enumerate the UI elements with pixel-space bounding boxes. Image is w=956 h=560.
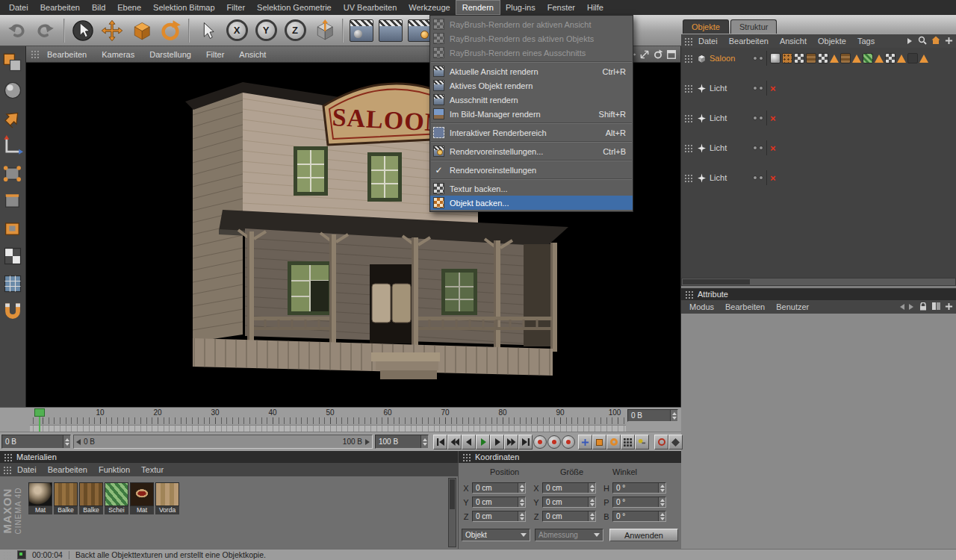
- texture-tag-icon[interactable]: [794, 53, 804, 63]
- record-parameter-button[interactable]: [562, 435, 575, 449]
- zoom-view-icon[interactable]: [639, 49, 650, 60]
- texture-tag-icon[interactable]: [863, 53, 873, 63]
- key-rotation-icon[interactable]: [606, 435, 621, 449]
- prev-frame-button[interactable]: [462, 435, 476, 449]
- tab-objekte[interactable]: Objekte: [683, 19, 729, 34]
- points-mode-icon[interactable]: [2, 163, 23, 184]
- object-name[interactable]: Licht: [710, 173, 742, 182]
- material-item[interactable]: Balke: [79, 482, 103, 514]
- live-selection-icon[interactable]: [69, 17, 96, 44]
- mat-menu-bearbeiten[interactable]: Bearbeiten: [43, 464, 93, 475]
- next-key-button[interactable]: [504, 435, 518, 449]
- range-end-field[interactable]: 100 B: [375, 435, 429, 449]
- selection-tag-icon[interactable]: [830, 55, 839, 63]
- menu-datei[interactable]: Datei: [3, 1, 34, 14]
- render-active-object-icon[interactable]: [377, 17, 404, 44]
- timeline-ruler[interactable]: 0 10 20 30 40 50 60 70 80 90 100 0 B: [0, 407, 681, 432]
- object-row-licht[interactable]: Licht ×: [681, 170, 956, 185]
- phong-tag-icon[interactable]: [770, 53, 780, 63]
- play-button[interactable]: [476, 435, 490, 449]
- row-grip-icon[interactable]: [684, 174, 692, 182]
- snap-settings-icon[interactable]: [2, 301, 23, 322]
- panel-grip-icon[interactable]: [3, 466, 11, 474]
- material-name[interactable]: Schei: [105, 506, 128, 514]
- menu-item-render-settings[interactable]: Rendervoreinstellungen...Ctrl+B: [430, 144, 633, 158]
- keyframe-selection-icon[interactable]: [668, 435, 683, 449]
- menu-bild[interactable]: Bild: [86, 1, 111, 14]
- rotate-view-icon[interactable]: [652, 49, 663, 60]
- row-grip-icon[interactable]: [684, 55, 692, 63]
- history-back-icon[interactable]: [900, 304, 904, 310]
- stepper-icon[interactable]: [658, 497, 665, 507]
- selection-tag-icon[interactable]: [875, 55, 884, 63]
- angle-b-field[interactable]: 0 °: [612, 511, 666, 522]
- add-panel-icon[interactable]: [945, 302, 953, 312]
- visibility-dot-icon[interactable]: [753, 175, 757, 180]
- display-tag-icon[interactable]: [782, 53, 792, 63]
- stepper-icon[interactable]: [518, 483, 525, 493]
- material-thumbnail[interactable]: [28, 482, 52, 506]
- attr-menu-bearbeiten[interactable]: Bearbeiten: [720, 302, 770, 312]
- selection-tag-icon[interactable]: [897, 55, 906, 63]
- chevron-right-icon[interactable]: [907, 38, 912, 44]
- mat-menu-datei[interactable]: Datei: [12, 464, 42, 475]
- visibility-dot-icon[interactable]: [753, 116, 757, 120]
- menu-filter[interactable]: Filter: [221, 1, 251, 14]
- goto-start-button[interactable]: [433, 435, 447, 449]
- record-position-button[interactable]: [547, 435, 561, 449]
- y-axis-lock-icon[interactable]: Y: [252, 17, 279, 44]
- range-left-arrow-icon[interactable]: [76, 439, 81, 445]
- material-item[interactable]: Vorda: [155, 482, 179, 514]
- texture-axis-mode-icon[interactable]: [2, 108, 23, 128]
- render-dot-icon[interactable]: [759, 86, 763, 90]
- current-frame-field[interactable]: 0 B: [1, 435, 71, 449]
- render-dot-icon[interactable]: [759, 146, 763, 150]
- prev-key-button[interactable]: [447, 435, 462, 449]
- menu-item-interactive-region[interactable]: Interaktiver RenderbereichAlt+R: [430, 125, 633, 140]
- scale-tool-icon[interactable]: [128, 17, 155, 44]
- menu-uv-bearbeiten[interactable]: UV Bearbeiten: [338, 1, 403, 14]
- x-axis-lock-icon[interactable]: X: [223, 17, 250, 44]
- apply-button[interactable]: Anwenden: [609, 529, 678, 541]
- stepper-icon[interactable]: [588, 511, 595, 521]
- z-axis-lock-icon[interactable]: Z: [282, 17, 308, 44]
- key-scale-icon[interactable]: [592, 435, 606, 449]
- playhead-marker[interactable]: [34, 408, 45, 417]
- key-parameter-icon[interactable]: [621, 435, 635, 449]
- material-name[interactable]: Balke: [79, 506, 103, 514]
- selection-tag-icon[interactable]: [919, 55, 928, 63]
- position-z-field[interactable]: 0 cm: [472, 511, 526, 522]
- vp-menu-bearbeiten[interactable]: Bearbeiten: [40, 49, 93, 60]
- range-slider[interactable]: 0 B 100 B: [73, 435, 373, 449]
- tab-struktur[interactable]: Struktur: [730, 19, 777, 34]
- make-editable-icon[interactable]: [2, 52, 23, 73]
- move-tool-icon[interactable]: [99, 17, 125, 44]
- material-thumbnail[interactable]: [79, 482, 103, 506]
- model-mode-icon[interactable]: [2, 80, 23, 101]
- ruler-track[interactable]: 0 10 20 30 40 50 60 70 80 90 100: [30, 408, 626, 432]
- object-row-licht[interactable]: Licht ×: [681, 81, 956, 96]
- menu-ebene[interactable]: Ebene: [111, 1, 147, 14]
- stepper-icon[interactable]: [518, 497, 525, 507]
- visibility-dot-icon[interactable]: [753, 56, 757, 60]
- menu-selektion-bitmap[interactable]: Selektion Bitmap: [147, 1, 221, 14]
- om-menu-datei[interactable]: Datei: [693, 36, 723, 46]
- material-thumbnail[interactable]: [155, 482, 179, 506]
- stepper-icon[interactable]: [518, 511, 525, 521]
- history-forward-icon[interactable]: [909, 304, 913, 310]
- object-name[interactable]: Licht: [710, 84, 742, 93]
- menu-item-render-presets[interactable]: ✓Rendervoreinstellungen: [430, 163, 633, 177]
- coordinate-system-icon[interactable]: [311, 17, 338, 44]
- panel-grip-icon[interactable]: [3, 551, 11, 559]
- menu-hilfe[interactable]: Hilfe: [581, 1, 609, 14]
- object-name[interactable]: Licht: [710, 113, 742, 122]
- material-thumbnail[interactable]: [54, 482, 78, 506]
- angle-p-field[interactable]: 0 °: [612, 497, 666, 508]
- render-dot-icon[interactable]: [759, 116, 763, 120]
- om-menu-objekte[interactable]: Objekte: [813, 36, 851, 46]
- search-icon[interactable]: [918, 36, 927, 46]
- materials-vscrollbar[interactable]: [448, 478, 456, 547]
- stepper-icon[interactable]: [670, 410, 677, 421]
- coord-mode-dropdown[interactable]: Objekt: [462, 529, 530, 541]
- disabled-x-icon[interactable]: ×: [770, 173, 776, 183]
